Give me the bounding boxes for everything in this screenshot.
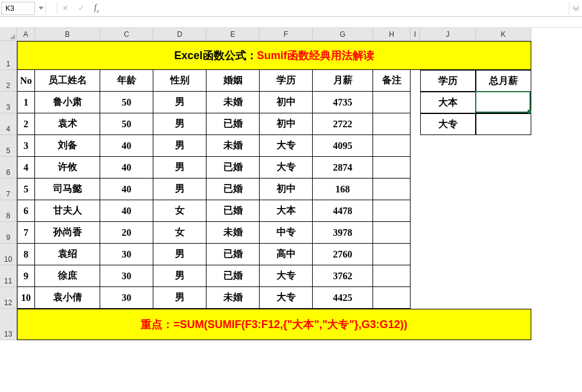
data-cell-r1-c7[interactable] <box>373 113 411 135</box>
spacer-cell[interactable] <box>411 179 420 200</box>
cell-K12[interactable] <box>476 287 531 309</box>
data-cell-r1-c5[interactable]: 初中 <box>260 113 313 135</box>
header-7[interactable]: 备注 <box>373 70 411 92</box>
data-cell-r6-c6[interactable]: 3978 <box>313 222 373 244</box>
side-header-0[interactable]: 学历 <box>420 70 476 92</box>
data-cell-r3-c1[interactable]: 许攸 <box>35 157 100 179</box>
column-header-E[interactable]: E <box>206 28 260 41</box>
cell-K6[interactable] <box>476 157 531 179</box>
data-cell-r0-c1[interactable]: 鲁小肃 <box>35 92 100 113</box>
row-header-8[interactable]: 8 <box>0 200 16 222</box>
cell-K10[interactable] <box>476 244 531 265</box>
row-header-10[interactable]: 10 <box>0 244 16 265</box>
data-cell-r4-c2[interactable]: 40 <box>100 179 153 200</box>
cell-J12[interactable] <box>420 287 476 309</box>
data-cell-r0-c6[interactable]: 4735 <box>313 92 373 113</box>
select-all-corner[interactable] <box>0 28 16 41</box>
cell-J10[interactable] <box>420 244 476 265</box>
data-cell-r2-c5[interactable]: 大专 <box>260 135 313 157</box>
cell-K9[interactable] <box>476 222 531 244</box>
data-cell-r2-c6[interactable]: 4095 <box>313 135 373 157</box>
cell-J7[interactable] <box>420 179 476 200</box>
data-cell-r9-c2[interactable]: 30 <box>100 287 153 309</box>
row-header-3[interactable]: 3 <box>0 92 16 113</box>
data-cell-r1-c4[interactable]: 已婚 <box>206 113 260 135</box>
data-cell-r2-c1[interactable]: 刘备 <box>35 135 100 157</box>
data-cell-r9-c4[interactable]: 未婚 <box>206 287 260 309</box>
data-cell-r6-c5[interactable]: 中专 <box>260 222 313 244</box>
data-cell-r6-c3[interactable]: 女 <box>153 222 206 244</box>
expand-formula-bar-icon[interactable] <box>569 2 582 15</box>
data-cell-r4-c5[interactable]: 初中 <box>260 179 313 200</box>
data-cell-r8-c2[interactable]: 30 <box>100 265 153 287</box>
cell-J8[interactable] <box>420 200 476 222</box>
data-cell-r8-c4[interactable]: 已婚 <box>206 265 260 287</box>
data-cell-r8-c6[interactable]: 3762 <box>313 265 373 287</box>
column-header-H[interactable]: H <box>373 28 411 41</box>
data-cell-r3-c0[interactable]: 4 <box>17 157 35 179</box>
header-4[interactable]: 婚姻 <box>206 70 260 92</box>
cell-K11[interactable] <box>476 265 531 287</box>
data-cell-r6-c4[interactable]: 未婚 <box>206 222 260 244</box>
data-cell-r1-c1[interactable]: 袁术 <box>35 113 100 135</box>
cell-K5[interactable] <box>476 135 531 157</box>
data-cell-r0-c0[interactable]: 1 <box>17 92 35 113</box>
row-header-1[interactable]: 1 <box>0 41 16 70</box>
footer-banner[interactable]: 重点：=SUM(SUMIF(F3:F12,{"大本","大专"},G3:G12)… <box>17 309 531 340</box>
column-header-I[interactable]: I <box>411 28 420 41</box>
column-header-B[interactable]: B <box>35 28 100 41</box>
data-cell-r7-c5[interactable]: 高中 <box>260 244 313 265</box>
data-cell-r3-c4[interactable]: 已婚 <box>206 157 260 179</box>
data-cell-r0-c4[interactable]: 未婚 <box>206 92 260 113</box>
data-cell-r5-c7[interactable] <box>373 200 411 222</box>
cell-J11[interactable] <box>420 265 476 287</box>
data-cell-r5-c3[interactable]: 女 <box>153 200 206 222</box>
spacer-cell[interactable] <box>411 222 420 244</box>
data-cell-r9-c3[interactable]: 男 <box>153 287 206 309</box>
row-header-11[interactable]: 11 <box>0 265 16 287</box>
data-cell-r1-c2[interactable]: 50 <box>100 113 153 135</box>
data-cell-r2-c7[interactable] <box>373 135 411 157</box>
column-header-A[interactable]: A <box>17 28 35 41</box>
header-1[interactable]: 员工姓名 <box>35 70 100 92</box>
data-cell-r2-c4[interactable]: 未婚 <box>206 135 260 157</box>
side-total-0[interactable] <box>476 92 531 113</box>
data-cell-r1-c0[interactable]: 2 <box>17 113 35 135</box>
side-header-1[interactable]: 总月薪 <box>476 70 531 92</box>
data-cell-r7-c4[interactable]: 已婚 <box>206 244 260 265</box>
data-cell-r2-c0[interactable]: 3 <box>17 135 35 157</box>
row-header-12[interactable]: 12 <box>0 287 16 309</box>
column-header-F[interactable]: F <box>260 28 313 41</box>
data-cell-r8-c3[interactable]: 男 <box>153 265 206 287</box>
data-cell-r8-c5[interactable]: 大专 <box>260 265 313 287</box>
header-5[interactable]: 学历 <box>260 70 313 92</box>
row-header-2[interactable]: 2 <box>0 70 16 92</box>
title-banner[interactable]: Excel函数公式：Sumif函数经典用法解读 <box>17 41 531 70</box>
data-cell-r9-c0[interactable]: 10 <box>17 287 35 309</box>
data-cell-r9-c7[interactable] <box>373 287 411 309</box>
data-cell-r7-c0[interactable]: 8 <box>17 244 35 265</box>
data-cell-r5-c2[interactable]: 40 <box>100 200 153 222</box>
data-cell-r0-c7[interactable] <box>373 92 411 113</box>
side-total-1[interactable] <box>476 113 531 135</box>
spacer-cell[interactable] <box>411 265 420 287</box>
row-header-9[interactable]: 9 <box>0 222 16 244</box>
data-cell-r1-c6[interactable]: 2722 <box>313 113 373 135</box>
cell-J9[interactable] <box>420 222 476 244</box>
header-0[interactable]: No <box>17 70 35 92</box>
spacer-cell[interactable] <box>411 135 420 157</box>
data-cell-r6-c0[interactable]: 7 <box>17 222 35 244</box>
column-header-K[interactable]: K <box>476 28 531 41</box>
column-header-G[interactable]: G <box>313 28 373 41</box>
data-cell-r7-c6[interactable]: 2760 <box>313 244 373 265</box>
row-header-4[interactable]: 4 <box>0 113 16 135</box>
data-cell-r3-c3[interactable]: 男 <box>153 157 206 179</box>
spacer-cell[interactable] <box>411 113 420 135</box>
data-cell-r3-c6[interactable]: 2874 <box>313 157 373 179</box>
name-box-dropdown-icon[interactable] <box>36 2 46 15</box>
data-cell-r9-c6[interactable]: 4425 <box>313 287 373 309</box>
side-value-0[interactable]: 大本 <box>420 92 476 113</box>
data-cell-r1-c3[interactable]: 男 <box>153 113 206 135</box>
cell-K7[interactable] <box>476 179 531 200</box>
fx-icon[interactable]: fx <box>89 2 104 15</box>
